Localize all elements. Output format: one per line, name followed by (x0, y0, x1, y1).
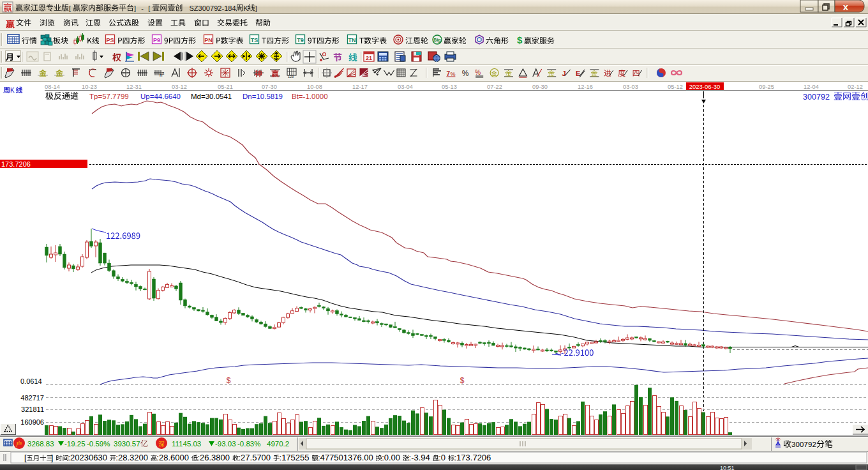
svg-text:10-08: 10-08 (307, 84, 322, 90)
svg-text:07-30: 07-30 (262, 84, 277, 90)
svg-text:3268.83: 3268.83 (27, 440, 54, 448)
svg-text:09-30: 09-30 (532, 84, 548, 90)
svg-text::477501376.00: :477501376.00 (318, 453, 373, 462)
svg-text::28.3200: :28.3200 (116, 453, 148, 462)
svg-text:$: $ (460, 376, 465, 385)
svg-text:-0.83%: -0.83% (237, 440, 260, 448)
svg-text:-: - (141, 4, 144, 12)
svg-text:]: ] (134, 4, 136, 12)
svg-text:03-12: 03-12 (172, 84, 187, 90)
svg-text:K: K (10, 87, 15, 94)
svg-text:Tp=57.7799: Tp=57.7799 (89, 93, 129, 100)
svg-text:J: J (562, 70, 566, 77)
svg-text:09-25: 09-25 (759, 84, 774, 90)
svg-text:%: % (475, 69, 481, 76)
svg-text:-0.59%: -0.59% (87, 440, 110, 448)
svg-text:PS: PS (106, 37, 114, 43)
svg-text::28.6000: :28.6000 (156, 453, 189, 462)
svg-text:Dn=10.5819: Dn=10.5819 (243, 93, 283, 100)
svg-text:E: E (576, 70, 580, 77)
svg-text:P9: P9 (153, 37, 160, 43)
svg-text:[: [ (24, 453, 27, 462)
svg-text:12-04: 12-04 (804, 84, 819, 90)
svg-text:]: ] (51, 453, 54, 462)
svg-text:05-21: 05-21 (218, 84, 233, 90)
svg-text:10:51: 10:51 (720, 465, 735, 470)
svg-text:05-13: 05-13 (442, 84, 457, 90)
svg-text:TS: TS (251, 37, 258, 43)
svg-text:3930.57: 3930.57 (114, 440, 140, 448)
svg-text:Bt=-1.0000: Bt=-1.0000 (292, 93, 328, 100)
svg-text:11145.03: 11145.03 (172, 440, 201, 448)
svg-text::0.00: :0.00 (382, 453, 400, 462)
svg-text:x: x (843, 1, 849, 12)
svg-text:12-31: 12-31 (126, 84, 142, 90)
svg-text:321811: 321811 (21, 406, 44, 413)
svg-text:0.0614: 0.0614 (20, 377, 42, 385)
svg-text:]: ] (255, 4, 257, 12)
svg-text:12-17: 12-17 (352, 84, 368, 90)
svg-text:173.7206: 173.7206 (1, 160, 31, 168)
svg-text::173.7206: :173.7206 (454, 453, 491, 462)
svg-text::20230630: :20230630 (68, 453, 107, 462)
svg-text:PN: PN (204, 37, 213, 43)
svg-text::-3.94: :-3.94 (409, 453, 430, 462)
svg-text:[: [ (148, 4, 150, 12)
svg-text::0: :0 (438, 453, 445, 462)
svg-text::175255: :175255 (280, 453, 310, 462)
svg-text:21: 21 (366, 55, 372, 61)
svg-text:2023-06-30: 2023-06-30 (689, 83, 721, 90)
svg-text:07-22: 07-22 (487, 84, 502, 90)
svg-text:TN: TN (348, 37, 356, 43)
svg-text:12-16: 12-16 (578, 84, 593, 90)
svg-text:160906: 160906 (20, 418, 44, 426)
svg-text:300792: 300792 (791, 441, 816, 448)
svg-text:$: $ (517, 34, 523, 45)
svg-text:-93.03: -93.03 (215, 440, 236, 448)
svg-text:T9: T9 (297, 37, 304, 43)
svg-text::26.3800: :26.3800 (197, 453, 230, 462)
svg-text:SZ300792-184: SZ300792-184 (189, 4, 236, 12)
svg-text:123: 123 (288, 75, 294, 79)
svg-text:10-23: 10-23 (82, 84, 97, 90)
svg-text:Big: Big (433, 38, 440, 43)
svg-text:[: [ (69, 4, 71, 12)
svg-text:4970.2: 4970.2 (267, 440, 289, 448)
svg-text:08-14: 08-14 (45, 84, 60, 90)
svg-text:-19.25: -19.25 (64, 440, 86, 448)
svg-text:300792: 300792 (803, 93, 830, 102)
svg-text:05-12: 05-12 (668, 84, 683, 90)
svg-text:%: % (462, 69, 469, 78)
svg-text::27.5700: :27.5700 (238, 453, 271, 462)
svg-text:02-12: 02-12 (848, 84, 863, 90)
svg-text:03-03: 03-03 (623, 84, 638, 90)
svg-text:Up=44.6640: Up=44.6640 (140, 93, 181, 100)
svg-text:03-04: 03-04 (398, 84, 413, 90)
svg-text:Md=30.0541: Md=30.0541 (191, 93, 232, 100)
svg-text:K: K (244, 4, 249, 12)
svg-text:$: $ (227, 376, 231, 385)
svg-text:482717: 482717 (20, 394, 44, 402)
